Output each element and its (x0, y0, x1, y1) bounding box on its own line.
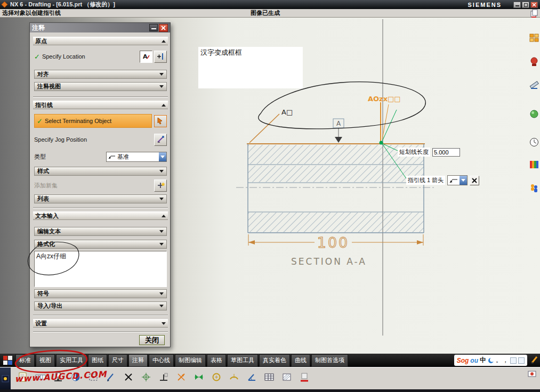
note-preview-box[interactable]: 汉字变成框框 (198, 47, 303, 88)
centerline-2d-icon[interactable] (192, 370, 206, 384)
tab-sheet[interactable]: 图纸 (88, 354, 107, 367)
origin-point-tool-button[interactable] (154, 51, 167, 63)
collapse-icon[interactable] (162, 215, 166, 217)
ime-punct-indicator[interactable]: 。， (496, 356, 509, 365)
window-title: NX 6 - Drafting - [6.015.prt （修改的）] (10, 1, 115, 9)
screen-capture-icon[interactable] (527, 369, 537, 380)
section-origin-label: 原点 (35, 37, 47, 45)
tab-curve[interactable]: 曲线 (291, 354, 310, 367)
select-terminating-label: Select Terminating Object (45, 118, 111, 124)
material-icon[interactable] (528, 108, 539, 119)
align-expander[interactable]: 对齐 (34, 70, 167, 79)
dialog-title-bar[interactable]: 注释 (30, 23, 170, 32)
tab-dimension[interactable]: 尺寸 (108, 354, 127, 367)
clipboard-page-icon[interactable] (530, 9, 538, 19)
import-export-expander[interactable]: 导入/导出 (34, 301, 167, 311)
datum-feature-icon[interactable] (51, 370, 65, 384)
navigator-icon[interactable] (528, 32, 539, 43)
tab-true-shading[interactable]: 真实着色 (259, 354, 290, 367)
custom-symbol-icon[interactable] (86, 370, 100, 384)
angle-dimension-icon[interactable] (245, 370, 259, 384)
section-settings[interactable]: 设置 (33, 319, 168, 328)
leader-type-label: 类型 (34, 153, 46, 161)
add-new-set-label: 添加新集 (34, 182, 58, 190)
jog-position-tool-button[interactable] (154, 134, 167, 146)
circular-centerline-icon[interactable] (227, 370, 241, 384)
collapse-icon[interactable] (162, 40, 166, 43)
specify-location-row: ✓ Specify Location A (34, 50, 167, 63)
ime-bar[interactable]: Sogou 中 。， (454, 355, 527, 366)
tab-drafting-edit[interactable]: 制图编辑 (175, 354, 206, 367)
note-icon[interactable] (16, 370, 30, 384)
edit-annotation-icon[interactable] (104, 370, 118, 384)
tab-table[interactable]: 表格 (207, 354, 226, 367)
ime-pen-icon[interactable] (530, 355, 539, 366)
symbols-expander[interactable]: 符号 (34, 289, 167, 298)
minimize-icon[interactable] (513, 2, 521, 8)
highlight-mark-icon[interactable] (297, 370, 311, 384)
import-export-label: 导入/导出 (37, 302, 62, 310)
table-icon[interactable] (262, 370, 276, 384)
annotation-view-label: 注释视图 (37, 83, 61, 91)
leader-type-dropdown[interactable]: 基准 (106, 152, 167, 162)
leader-arrow-dropdown[interactable] (447, 175, 468, 185)
maximize-icon[interactable] (522, 2, 529, 8)
edit-text-label: 编辑文本 (37, 227, 61, 235)
leader-arrow-control: 指引线 1 箭头 (406, 175, 479, 185)
tab-annotation[interactable]: 注释 (128, 354, 148, 367)
command-finder-icon[interactable] (0, 368, 11, 390)
format-expander[interactable]: 格式化 (34, 240, 167, 249)
annotation-view-expander[interactable]: 注释视图 (34, 82, 167, 91)
divider (33, 96, 168, 97)
stamp-icon[interactable] (528, 56, 539, 67)
center-mark-icon[interactable] (139, 370, 153, 384)
ime-keyboard-icon[interactable] (510, 357, 517, 364)
chevron-down-icon (159, 243, 164, 246)
roles-icon[interactable] (528, 182, 539, 193)
style-expander[interactable]: 样式 (34, 167, 167, 176)
remove-leader-button[interactable] (470, 176, 479, 185)
feature-control-frame-icon[interactable] (34, 370, 47, 384)
offset-center-point-icon[interactable] (174, 370, 188, 384)
collapse-icon[interactable] (162, 104, 166, 107)
ime-moon-icon[interactable] (488, 357, 494, 364)
select-terminating-tool-button[interactable] (154, 115, 167, 127)
tab-drafting-preferences[interactable]: 制图首选项 (311, 354, 348, 367)
intersection-symbol-icon[interactable] (122, 370, 135, 384)
dropdown-arrow-icon[interactable] (159, 152, 166, 161)
close-dialog-button[interactable]: 关闭 (139, 335, 165, 345)
section-origin[interactable]: 原点 (33, 37, 168, 45)
tab-view[interactable]: 视图 (36, 354, 55, 367)
dialog-minimize-icon[interactable] (149, 24, 158, 31)
tab-utilities[interactable]: 实用工具 (56, 354, 87, 367)
list-expander[interactable]: 列表 (34, 194, 167, 203)
section-leader-label: 指引线 (35, 101, 53, 109)
section-text-input[interactable]: 文本输入 (33, 211, 168, 220)
ime-settings-icon[interactable] (518, 357, 525, 364)
annotation-text-editor[interactable]: A向zx仔细 (34, 251, 167, 287)
svg-text:A: A (143, 53, 148, 60)
tab-standard[interactable]: 标准 (15, 354, 35, 367)
select-terminating-highlight[interactable]: ✓ Select Terminating Object (34, 114, 152, 128)
datum-target-icon[interactable] (157, 370, 171, 384)
toolbar-grip-icon[interactable] (3, 355, 13, 365)
measure-icon[interactable] (528, 79, 539, 90)
palette-icon[interactable] (528, 159, 539, 170)
dialog-close-icon[interactable] (159, 24, 168, 32)
tab-sketch-tools[interactable]: 草图工具 (227, 354, 258, 367)
dash-length-input[interactable] (432, 148, 460, 157)
section-leader[interactable]: 指引线 (33, 101, 168, 109)
history-icon[interactable] (528, 136, 539, 148)
annotation-origin-tool-button[interactable]: A (140, 51, 152, 63)
ime-logo: Sog (457, 357, 469, 364)
close-icon[interactable] (530, 2, 538, 8)
ime-mode-indicator[interactable]: 中 (480, 356, 486, 365)
add-new-set-button[interactable] (154, 179, 167, 192)
section-hatch-icon[interactable] (280, 370, 294, 384)
edit-text-expander[interactable]: 编辑文本 (34, 227, 167, 236)
tab-centerline[interactable]: 中心线 (149, 354, 174, 367)
dropdown-arrow-icon[interactable] (460, 176, 467, 185)
window-bottom-edge (0, 389, 540, 392)
bolt-circle-icon[interactable] (209, 370, 223, 384)
id-symbol-icon[interactable] (69, 370, 83, 384)
